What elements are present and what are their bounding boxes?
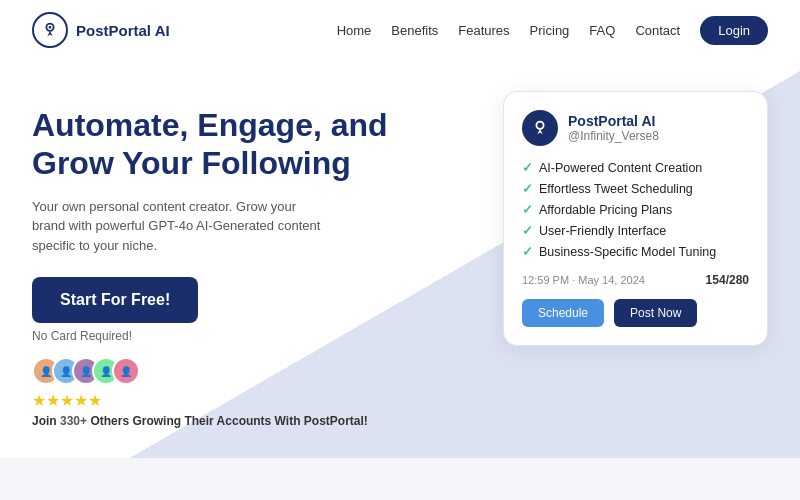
check-icon: ✓ (522, 160, 533, 175)
avatar-group: 👤 👤 👤 👤 👤 (32, 357, 473, 385)
star-rating: ★★★★★ (32, 391, 473, 410)
check-icon: ✓ (522, 181, 533, 196)
feature-card: PostPortal AI @Infinity_Verse8 ✓AI-Power… (503, 91, 768, 346)
svg-point-1 (49, 26, 52, 29)
hero-headline: Automate, Engage, and Grow Your Followin… (32, 106, 473, 183)
feature-item: ✓Affordable Pricing Plans (522, 202, 749, 217)
nav-benefits[interactable]: Benefits (391, 23, 438, 38)
check-icon: ✓ (522, 223, 533, 238)
avatar: 👤 (112, 357, 140, 385)
card-date: 12:59 PM · May 14, 2024 (522, 274, 645, 286)
join-text: Join 330+ Others Growing Their Accounts … (32, 414, 473, 428)
unlock-section: Unlock Your Potential Using the magic of… (0, 458, 800, 500)
navbar: PostPortal AI Home Benefits Features Pri… (0, 0, 800, 60)
feature-item: ✓AI-Powered Content Creation (522, 160, 749, 175)
nav-pricing[interactable]: Pricing (530, 23, 570, 38)
login-button[interactable]: Login (700, 16, 768, 45)
card-identity: PostPortal AI @Infinity_Verse8 (568, 113, 659, 143)
check-icon: ✓ (522, 202, 533, 217)
cta-button[interactable]: Start For Free! (32, 277, 198, 323)
nav-faq[interactable]: FAQ (589, 23, 615, 38)
card-actions: Schedule Post Now (522, 299, 749, 327)
nav-home[interactable]: Home (337, 23, 372, 38)
card-header: PostPortal AI @Infinity_Verse8 (522, 110, 749, 146)
card-logo-icon (522, 110, 558, 146)
no-card-text: No Card Required! (32, 329, 473, 343)
feature-item: ✓Effortless Tweet Scheduling (522, 181, 749, 196)
card-features-list: ✓AI-Powered Content Creation ✓Effortless… (522, 160, 749, 259)
card-title: PostPortal AI (568, 113, 659, 129)
join-count: 330+ (60, 414, 87, 428)
nav-links: Home Benefits Features Pricing FAQ Conta… (337, 16, 768, 45)
svg-point-2 (536, 122, 543, 129)
nav-contact[interactable]: Contact (635, 23, 680, 38)
card-meta: 12:59 PM · May 14, 2024 154/280 (522, 273, 749, 287)
card-handle: @Infinity_Verse8 (568, 129, 659, 143)
card-count: 154/280 (706, 273, 749, 287)
feature-item: ✓Business-Specific Model Tuning (522, 244, 749, 259)
nav-features[interactable]: Features (458, 23, 509, 38)
check-icon: ✓ (522, 244, 533, 259)
schedule-button[interactable]: Schedule (522, 299, 604, 327)
hero-left: Automate, Engage, and Grow Your Followin… (32, 96, 473, 428)
post-now-button[interactable]: Post Now (614, 299, 697, 327)
logo-text: PostPortal AI (76, 22, 170, 39)
logo: PostPortal AI (32, 12, 170, 48)
hero-subtext: Your own personal content creator. Grow … (32, 197, 332, 256)
logo-icon (32, 12, 68, 48)
feature-item: ✓User-Friendly Interface (522, 223, 749, 238)
